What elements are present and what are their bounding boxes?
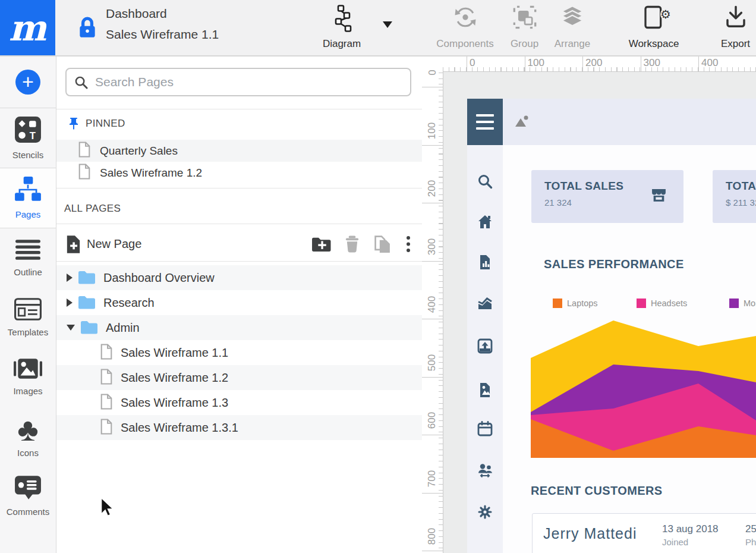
page-title[interactable]: Sales Wireframe 1.1 — [106, 27, 219, 42]
horizontal-ruler: 0100200300400 — [443, 56, 756, 72]
sidebar-item-stencils[interactable]: TStencils — [0, 108, 56, 168]
comments-icon — [14, 475, 42, 502]
legend-swatch — [729, 299, 739, 308]
legend-swatch — [553, 299, 562, 308]
export-download-icon — [724, 5, 748, 30]
diagram-dropdown-caret-icon[interactable] — [383, 21, 392, 28]
sidebar-item-templates[interactable]: Templates — [0, 288, 56, 347]
tree-folder-row[interactable]: Research — [56, 290, 422, 315]
canvas[interactable]: TOTAL SALES21 324TOTAL$ 211 324 SALES PE… — [443, 72, 756, 553]
v-ruler-tick-label: 600 — [422, 407, 443, 433]
wf-report-icon[interactable] — [477, 254, 493, 270]
add-button[interactable]: + — [15, 70, 40, 95]
icons-icon: ♣ — [17, 415, 38, 444]
canvas-area[interactable]: 0100200300400 0100200300400500600700800 … — [422, 56, 756, 553]
new-folder-icon[interactable] — [311, 236, 331, 252]
wf-store-icon — [651, 188, 667, 205]
v-ruler-tick-label: 800 — [422, 523, 443, 549]
wf-sales-performance-title[interactable]: SALES PERFORMANCE — [544, 257, 684, 271]
tree-page-row[interactable]: Sales Wireframe 1.2 — [56, 365, 422, 390]
page-file-icon — [100, 369, 113, 387]
caret-right-icon[interactable] — [67, 299, 73, 307]
outline-icon — [15, 239, 40, 263]
workspace-gear-icon: ⚙ — [660, 8, 671, 20]
new-page-icon — [65, 235, 81, 254]
wf-calendar-icon[interactable] — [477, 421, 493, 436]
sidebar-item-pages[interactable]: Pages — [0, 168, 56, 228]
diagram-button[interactable]: Diagram — [309, 0, 374, 55]
tree-folder-row[interactable]: Dashboard Overview — [56, 265, 422, 290]
v-ruler-major-tick — [422, 319, 443, 319]
wf-topbar[interactable] — [503, 99, 756, 145]
arrange-layers-icon — [559, 5, 585, 30]
sidebar-item-outline[interactable]: Outline — [0, 228, 56, 288]
duplicate-icon[interactable] — [373, 235, 392, 253]
caret-down-icon[interactable] — [67, 325, 75, 331]
tree-item-label: Sales Wireframe 1.3 — [121, 396, 228, 410]
diagram-icon — [328, 5, 355, 33]
vertical-ruler: 0100200300400500600700800 — [422, 71, 443, 553]
legend-label: Laptops — [567, 299, 598, 308]
h-ruler-tick-label: 100 — [528, 57, 544, 69]
pinned-page-row[interactable]: Sales Wireframe 1.2 — [56, 162, 422, 184]
page-tree: Dashboard OverviewResearchAdminSales Wir… — [56, 265, 422, 440]
h-ruler-major-tick: 200 — [582, 56, 583, 71]
wf-stat-card-title: TOTAL SALES — [544, 180, 623, 193]
legend-swatch — [637, 299, 646, 308]
v-ruler-major-tick — [422, 377, 443, 378]
tree-page-row[interactable]: Sales Wireframe 1.1 — [56, 340, 422, 365]
wf-users-icon[interactable] — [477, 462, 493, 477]
workspace-button[interactable]: ⚙ Workspace — [618, 0, 689, 55]
wf-gear-icon[interactable] — [477, 504, 493, 520]
arrange-button[interactable]: Arrange — [546, 0, 599, 55]
lock-icon[interactable] — [77, 17, 97, 42]
h-ruler-major-tick: 100 — [525, 56, 525, 71]
wf-upload-icon[interactable] — [477, 338, 493, 354]
v-ruler-tick-label: 300 — [422, 234, 443, 260]
v-ruler-tick-label: 100 — [422, 118, 443, 144]
wf-stat-card-value: 21 324 — [544, 197, 572, 208]
tree-item-label: Sales Wireframe 1.1 — [121, 346, 228, 360]
sidebar-item-images[interactable]: Images — [0, 347, 56, 407]
moqups-logo[interactable]: m — [0, 0, 55, 55]
tree-folder-row[interactable]: Admin — [56, 315, 422, 340]
all-pages-section-header: ALL PAGES — [56, 198, 422, 219]
export-button[interactable]: Export — [713, 0, 756, 55]
search-pages-box[interactable] — [65, 68, 411, 96]
page-file-icon — [100, 344, 113, 362]
project-title[interactable]: Dashboard — [106, 7, 167, 21]
group-button[interactable]: Group — [502, 0, 547, 55]
wf-image-placeholder-icon[interactable] — [515, 115, 529, 128]
tree-item-label: Sales Wireframe 1.3.1 — [121, 421, 238, 435]
v-ruler-major-tick — [422, 435, 443, 435]
wf-chart-icon[interactable] — [477, 295, 493, 310]
app-header: m Dashboard Sales Wireframe 1.1 Diagram — [0, 0, 756, 56]
v-ruler-tick-label: 500 — [422, 350, 443, 376]
sidebar-item-label: Icons — [17, 448, 39, 458]
pinned-page-row[interactable]: Quarterly Sales — [56, 140, 422, 162]
tree-page-row[interactable]: Sales Wireframe 1.3 — [56, 390, 422, 415]
wf-legend-item: Monitors — [729, 299, 756, 308]
sidebar-item-comments[interactable]: Comments — [0, 466, 56, 526]
wf-stat-card[interactable]: TOTAL$ 211 324 — [713, 170, 756, 223]
pages-icon — [14, 177, 42, 205]
search-pages-input[interactable] — [94, 74, 410, 90]
new-page-button[interactable]: New Page — [56, 227, 422, 262]
wf-hamburger-menu[interactable] — [467, 99, 503, 145]
wf-stat-card[interactable]: TOTAL SALES21 324 — [531, 170, 683, 223]
components-button[interactable]: Components — [428, 0, 502, 55]
sidebar-item-icons[interactable]: ♣Icons — [0, 407, 56, 466]
wf-customer-row[interactable]: Jerry Mattedi 13 aug 2018 Joined 251 Pho… — [532, 513, 756, 553]
wf-recent-customers-title[interactable]: RECENT CUSTOMERS — [531, 484, 663, 498]
wf-search-icon[interactable] — [477, 174, 493, 189]
v-ruler-major-tick — [422, 203, 443, 203]
wf-home-icon[interactable] — [477, 214, 493, 230]
wf-image-icon[interactable] — [477, 382, 493, 398]
more-options-kebab-icon[interactable] — [405, 235, 411, 253]
delete-icon[interactable] — [344, 235, 360, 253]
wf-area-chart[interactable] — [531, 312, 756, 458]
wireframe-artboard[interactable]: TOTAL SALES21 324TOTAL$ 211 324 SALES PE… — [467, 99, 756, 553]
wf-sidebar[interactable] — [467, 145, 503, 553]
tree-page-row[interactable]: Sales Wireframe 1.3.1 — [56, 415, 422, 440]
caret-right-icon[interactable] — [67, 274, 73, 282]
